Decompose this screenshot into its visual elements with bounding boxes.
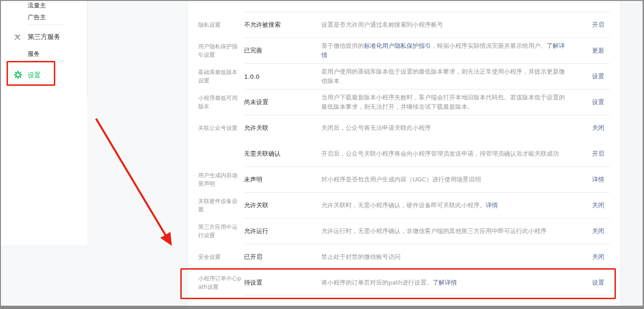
description-text: 若用户使用的基础库版本低于设置的最低版本要求，则无法正常使用小程序，并提示更新微… [321, 68, 565, 84]
row-inner: 未声明 对小程序是否包含用户生成内容（UGC）进行使用场景说明 详情 [244, 166, 610, 192]
content-left-gutter [88, 1, 187, 306]
setting-value: 已开启 [244, 253, 321, 261]
row-inner: 允许关联 关闭后，公众号将无法申请关联此小程序 关闭 [244, 115, 610, 141]
setting-description: 若用户使用的基础库版本低于设置的最低版本要求，则无法正常使用小程序，并提示更新微… [321, 67, 577, 86]
inline-link[interactable]: 标准化用户隐私保护指引 [364, 42, 431, 49]
sidebar-item-third-party[interactable]: 第三方服务 [28, 33, 60, 41]
setting-action-link[interactable]: 关闭 [577, 253, 610, 261]
row-inner: 允许关联 允许关联时，无需小程序确认，硬件设备即可关联此小程序。详情 关闭 [244, 192, 610, 218]
description-text: 禁止处于封禁的微信账号访问 [321, 253, 400, 260]
row-inner: 已开启 禁止处于封禁的微信账号访问 关闭 [244, 244, 610, 270]
setting-description: 基于微信提供的标准化用户隐私保护指引，根据小程序实际情况完善并展示给用户。了解详… [321, 41, 577, 60]
setting-description: 允许运行时，无需小程序确认，非微信客户端的其他第三方应用中即可运行此小程序 [321, 226, 577, 236]
setting-description: 将小程序的订单页对应的path进行设置。了解详情 [321, 278, 577, 287]
sidebar-section-divider [28, 24, 65, 25]
setting-label: 用户生成内容场景声明 [198, 166, 244, 192]
sidebar-item-traffic[interactable]: 流量主 [28, 1, 46, 10]
table-row: 第三方应用中运行设置 允许运行 允许运行时，无需小程序确认，非微信客户端的其他第… [198, 218, 620, 244]
description-text: 关闭后，公众号将无法申请关联此小程序 [321, 124, 431, 131]
description-text: 基于微信提供的 [321, 42, 364, 49]
row-inner: 无需关联确认 开启后，公众号关联小程序将会向小程序管理员发送申请，待管理员确认后… [244, 141, 610, 166]
table-row: 小程序最低可用版本 尚未设置 当用户下载最新版本小程序失败时，客户端会打开本地旧… [198, 89, 620, 115]
row-inner: 允许运行 允许运行时，无需小程序确认，非微信客户端的其他第三方应用中即可运行此小… [244, 218, 610, 244]
setting-value: 未声明 [244, 175, 321, 184]
row-inner: 待设置 将小程序的订单页对应的path进行设置。了解详情 设置 [244, 270, 610, 295]
setting-action-link[interactable]: 关闭 [577, 124, 610, 132]
sidebar-divider-vertical [87, 1, 88, 98]
setting-label: 第三方应用中运行设置 [198, 218, 244, 244]
table-row: 关联公众号设置 允许关联 关闭后，公众号将无法申请关联此小程序 关闭 [198, 115, 620, 141]
page-right-margin [620, 1, 643, 306]
table-row: 用户生成内容场景声明 未声明 对小程序是否包含用户生成内容（UGC）进行使用场景… [198, 166, 620, 192]
description-text: ，根据小程序实际情况完善并展示给用户。 [431, 42, 547, 49]
setting-description: 对小程序是否包含用户生成内容（UGC）进行使用场景说明 [321, 175, 577, 184]
setting-value: 不允许被搜索 [244, 21, 321, 29]
gear-icon [14, 71, 22, 81]
setting-action-link[interactable]: 关闭 [577, 227, 610, 235]
description-text: 设置是否允许用户通过名称搜索到小程序帐号 [321, 21, 443, 28]
setting-description: 开启后，公众号关联小程序将会向小程序管理员发送申请，待管理员确认后才能关联成功 [321, 149, 577, 158]
table-row: 隐私设置 不允许被搜索 设置是否允许用户通过名称搜索到小程序帐号 开启 [198, 12, 620, 38]
sidebar: 流量主 广告主 第三方服务 服务 [1, 1, 88, 306]
setting-label: 安全设置 [198, 244, 244, 270]
setting-label: 小程序最低可用版本 [198, 89, 244, 115]
setting-description: 关闭后，公众号将无法申请关联此小程序 [321, 123, 577, 133]
description-text: 开启后，公众号关联小程序将会向小程序管理员发送申请，待管理员确认后才能关联成功 [321, 150, 559, 157]
table-row: 安全设置 已开启 禁止处于封禁的微信账号访问 关闭 [198, 244, 620, 270]
row-inner: 尚未设置 当用户下载最新版本小程序失败时，客户端会打开本地旧版本代码包。若该版本… [244, 89, 610, 115]
row-inner: 1.0.0 若用户使用的基础库版本低于设置的最低版本要求，则无法正常使用小程序，… [244, 63, 610, 89]
setting-value: 无需关联确认 [244, 150, 321, 158]
inline-link[interactable]: 详情 [486, 202, 498, 209]
setting-value: 已完善 [244, 46, 321, 55]
setting-value: 允许运行 [244, 227, 321, 235]
setting-label: 关联公众号设置 [198, 115, 244, 141]
setting-action-link[interactable]: 关闭 [577, 201, 610, 210]
inline-link[interactable]: 了解详情 [433, 279, 457, 286]
setting-description: 当用户下载最新版本小程序失败时，客户端会打开本地旧版本代码包。若该版本低于设置的… [321, 93, 577, 112]
setting-label: 隐私设置 [198, 12, 244, 38]
setting-action-link[interactable]: 开启 [577, 150, 610, 158]
row-inner: 不允许被搜索 设置是否允许用户通过名称搜索到小程序帐号 开启 [244, 12, 610, 38]
setting-action-link[interactable]: 详情 [577, 175, 610, 184]
sidebar-item-advertiser[interactable]: 广告主 [28, 13, 46, 22]
setting-value: 1.0.0 [244, 73, 321, 80]
setting-label: 用户隐私保护指引设置 [198, 38, 244, 63]
description-text: 当用户下载最新版本小程序失败时，客户端会打开本地旧版本代码包。若该版本低于设置的… [321, 94, 565, 110]
setting-value: 待设置 [244, 279, 321, 287]
description-text: 允许关联时，无需小程序确认，硬件设备即可关联此小程序。 [321, 202, 486, 209]
sidebar-item-settings[interactable]: 设置 [28, 71, 41, 80]
setting-description: 设置是否允许用户通过名称搜索到小程序帐号 [321, 20, 577, 30]
setting-label: 基础库最低版本设置 [198, 63, 244, 89]
settings-table: 隐私设置 不允许被搜索 设置是否允许用户通过名称搜索到小程序帐号 开启 用户隐私… [187, 1, 620, 306]
sidebar-section-divider [28, 60, 65, 61]
setting-action-link[interactable]: 设置 [577, 98, 610, 106]
setting-action-link[interactable]: 更新 [577, 46, 610, 55]
description-text: 允许运行时，无需小程序确认，非微信客户端的其他第三方应用中即可运行此小程序 [321, 227, 547, 234]
description-text: 对小程序是否包含用户生成内容（UGC）进行使用场景说明 [321, 176, 481, 183]
third-party-services-icon [14, 33, 21, 42]
setting-description: 允许关联时，无需小程序确认，硬件设备即可关联此小程序。详情 [321, 201, 577, 210]
table-row: 无需关联确认 开启后，公众号关联小程序将会向小程序管理员发送申请，待管理员确认后… [198, 141, 620, 166]
wechat-mp-console-window: 流量主 广告主 第三方服务 服务 [0, 0, 644, 309]
description-text: 将小程序的订单页对应的path进行设置。 [321, 279, 433, 286]
setting-action-link[interactable]: 开启 [577, 21, 610, 29]
setting-label: 关联硬件设备设置 [198, 192, 244, 218]
setting-action-link[interactable]: 设置 [577, 279, 610, 287]
sidebar-item-service[interactable]: 服务 [28, 50, 40, 58]
table-row: 用户隐私保护指引设置 已完善 基于微信提供的标准化用户隐私保护指引，根据小程序实… [198, 38, 620, 63]
setting-value: 允许关联 [244, 201, 321, 210]
table-row: 小程序订单中心path设置 待设置 将小程序的订单页对应的path进行设置。了解… [198, 270, 620, 295]
table-row: 关联硬件设备设置 允许关联 允许关联时，无需小程序确认，硬件设备即可关联此小程序… [198, 192, 620, 218]
setting-action-link[interactable]: 设置 [577, 72, 610, 81]
table-row: 基础库最低版本设置 1.0.0 若用户使用的基础库版本低于设置的最低版本要求，则… [198, 63, 620, 89]
setting-value: 允许关联 [244, 124, 321, 132]
setting-value: 尚未设置 [244, 98, 321, 106]
setting-label [198, 141, 244, 166]
row-inner: 已完善 基于微信提供的标准化用户隐私保护指引，根据小程序实际情况完善并展示给用户… [244, 38, 610, 63]
setting-description: 禁止处于封禁的微信账号访问 [321, 252, 577, 262]
setting-label: 小程序订单中心path设置 [198, 270, 244, 295]
